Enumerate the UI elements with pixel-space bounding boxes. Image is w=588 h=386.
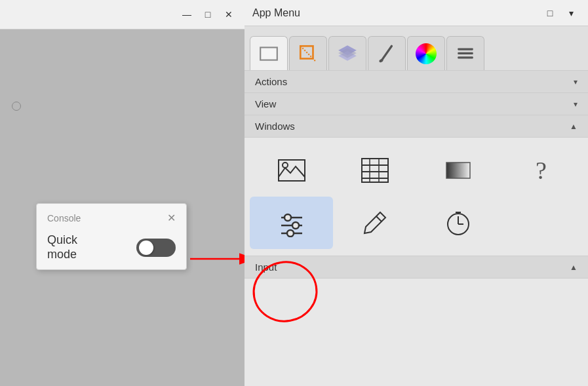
close-button[interactable]: ✕ xyxy=(220,5,238,24)
windows-chevron: ▲ xyxy=(570,122,578,131)
sliders-window-item[interactable] xyxy=(250,197,333,249)
svg-rect-10 xyxy=(458,48,473,50)
left-panel: — □ ✕ Console ✕ Quickmode xyxy=(0,0,245,386)
timer-window-icon xyxy=(444,208,473,237)
svg-point-25 xyxy=(292,222,299,229)
console-header: Console ✕ xyxy=(47,212,176,224)
menu-tool-icon xyxy=(455,43,476,64)
rectangle-tool-tab[interactable] xyxy=(250,36,288,70)
table-window-icon xyxy=(361,156,389,185)
pen-window-icon xyxy=(361,208,389,237)
input-chevron: ▲ xyxy=(570,263,578,272)
app-menu-header: App Menu □ ▾ xyxy=(245,0,588,26)
maximize-button[interactable]: □ xyxy=(199,5,217,24)
help-icon: ? xyxy=(536,156,547,185)
toggle-knob xyxy=(139,241,153,255)
input-label: Input xyxy=(255,261,277,273)
window-titlebar: — □ ✕ xyxy=(0,0,245,29)
quick-mode-label: Quickmode xyxy=(47,233,77,261)
crop-tool-icon xyxy=(298,43,319,64)
windows-section-header[interactable]: Windows ▲ xyxy=(245,115,588,138)
help-window-item[interactable]: ? xyxy=(500,144,583,197)
image-window-item[interactable] xyxy=(250,144,333,197)
color-tool-tab[interactable] xyxy=(407,36,445,70)
crop-tool-tab[interactable] xyxy=(289,36,327,70)
svg-point-23 xyxy=(284,214,291,221)
console-body: Quickmode xyxy=(47,233,176,261)
actions-label: Actions xyxy=(255,76,287,87)
windows-grid: ? xyxy=(245,138,588,256)
empty-grid-item xyxy=(500,197,583,249)
table-window-item[interactable] xyxy=(333,144,416,197)
sliders-window-icon xyxy=(277,208,306,237)
view-section-header[interactable]: View ▾ xyxy=(245,93,588,115)
quick-mode-toggle[interactable] xyxy=(136,239,176,257)
brush-tool-tab[interactable] xyxy=(368,36,406,70)
pen-window-item[interactable] xyxy=(333,197,416,249)
svg-rect-12 xyxy=(458,56,473,58)
input-section-header[interactable]: Input ▲ xyxy=(245,256,588,279)
layers-tool-tab[interactable] xyxy=(328,36,366,70)
layers-tool-icon xyxy=(337,43,358,64)
timer-window-item[interactable] xyxy=(416,197,500,249)
window-button[interactable]: □ xyxy=(541,4,559,22)
svg-rect-11 xyxy=(458,52,473,54)
app-menu-title: App Menu xyxy=(252,7,300,19)
gradient-window-item[interactable] xyxy=(416,144,500,197)
dropdown-button[interactable]: ▾ xyxy=(562,4,580,22)
svg-point-27 xyxy=(287,230,294,237)
circle-indicator xyxy=(12,102,21,111)
console-popup: Console ✕ Quickmode xyxy=(36,203,187,270)
actions-chevron: ▾ xyxy=(574,77,578,87)
menu-tool-tab[interactable] xyxy=(446,36,484,70)
svg-line-28 xyxy=(376,216,382,222)
rectangle-tool-icon xyxy=(258,43,279,64)
windows-label: Windows xyxy=(255,121,295,132)
gradient-window-icon xyxy=(444,156,473,185)
svg-rect-2 xyxy=(260,47,277,60)
svg-line-8 xyxy=(382,46,392,60)
color-wheel-icon xyxy=(416,43,437,64)
console-title: Console xyxy=(47,213,81,223)
view-label: View xyxy=(255,98,276,109)
minimize-button[interactable]: — xyxy=(178,5,196,24)
view-chevron: ▾ xyxy=(574,100,578,109)
toolbar xyxy=(245,26,588,71)
brush-tool-icon xyxy=(376,43,397,64)
image-window-icon xyxy=(277,156,306,185)
svg-rect-21 xyxy=(446,163,470,178)
actions-section-header[interactable]: Actions ▾ xyxy=(245,71,588,93)
right-panel: App Menu □ ▾ xyxy=(245,0,588,386)
header-controls: □ ▾ xyxy=(541,4,580,22)
console-close-button[interactable]: ✕ xyxy=(167,212,176,224)
